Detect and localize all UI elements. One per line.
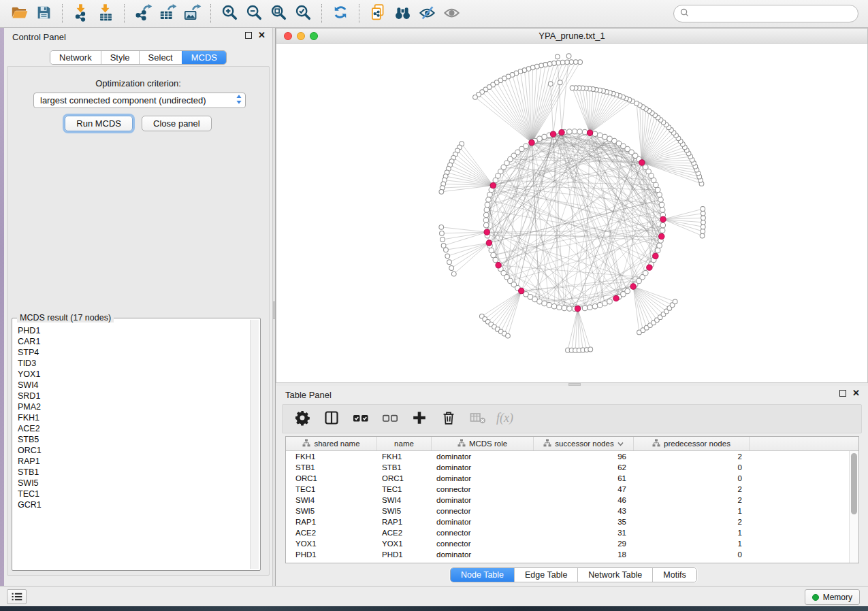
window-minimize-icon[interactable] — [297, 32, 305, 40]
cell-MCDS-role[interactable]: dominator — [432, 550, 534, 559]
cell-name[interactable]: RAP1 — [377, 518, 432, 526]
zoom-fit-button[interactable] — [266, 3, 291, 24]
mcds-result-node[interactable]: ACE2 — [18, 423, 249, 434]
export-network-to-web-button[interactable] — [366, 3, 390, 24]
mcds-result-node[interactable]: SWI4 — [18, 380, 249, 391]
cell-name[interactable]: ORC1 — [377, 474, 432, 482]
save-session-button[interactable] — [31, 3, 56, 24]
cell-shared-name[interactable]: RAP1 — [286, 518, 377, 526]
cell-successor-nodes[interactable]: 18 — [534, 550, 634, 559]
cell-shared-name[interactable]: SWI4 — [286, 496, 377, 504]
export-table-button[interactable] — [155, 3, 180, 24]
cell-MCDS-role[interactable]: dominator — [432, 474, 534, 482]
window-zoom-icon[interactable] — [310, 32, 318, 40]
tab-mcds[interactable]: MCDS — [182, 51, 226, 64]
cell-shared-name[interactable]: YOX1 — [286, 540, 377, 548]
tab-edge-table[interactable]: Edge Table — [514, 568, 577, 582]
column-header-shared-name[interactable]: shared name — [286, 437, 377, 450]
cell-predecessor-nodes[interactable]: 2 — [634, 452, 750, 461]
import-table-from-file-button[interactable] — [93, 3, 118, 24]
cell-name[interactable]: TEC1 — [377, 485, 432, 493]
mcds-result-node[interactable]: SRD1 — [18, 391, 249, 401]
cell-shared-name[interactable]: FKH1 — [286, 452, 377, 461]
mcds-result-node[interactable]: TID3 — [18, 358, 249, 369]
search-network-button[interactable] — [390, 3, 415, 24]
cell-successor-nodes[interactable]: 29 — [534, 540, 634, 548]
tab-network-table[interactable]: Network Table — [577, 568, 652, 582]
tab-select[interactable]: Select — [139, 51, 182, 64]
search-box[interactable] — [673, 5, 858, 22]
cell-successor-nodes[interactable]: 35 — [534, 518, 634, 526]
cell-name[interactable]: PHD1 — [377, 550, 432, 559]
export-network-button[interactable] — [131, 3, 155, 24]
cell-shared-name[interactable]: ACE2 — [286, 529, 377, 537]
cell-successor-nodes[interactable]: 31 — [534, 529, 634, 537]
table-row[interactable]: SWI4SWI4dominator462 — [286, 495, 849, 506]
table-row[interactable]: SWI5SWI5connector431 — [286, 506, 849, 516]
select-all-button[interactable] — [351, 409, 371, 429]
tab-network[interactable]: Network — [50, 51, 101, 64]
delete-entry-button[interactable] — [438, 409, 459, 429]
mcds-result-node[interactable]: FKH1 — [18, 412, 249, 423]
table-row[interactable]: ORC1ORC1dominator610 — [286, 473, 849, 484]
cell-predecessor-nodes[interactable]: 2 — [634, 518, 750, 526]
mcds-result-node[interactable]: STP4 — [18, 347, 249, 358]
task-history-button[interactable] — [7, 589, 27, 604]
column-header-name[interactable]: name — [377, 437, 432, 450]
mcds-result-node[interactable]: TEC1 — [18, 489, 249, 499]
table-row[interactable]: STB1STB1dominator620 — [286, 462, 849, 473]
cell-name[interactable]: FKH1 — [377, 452, 432, 461]
column-header-predecessor-nodes[interactable]: predecessor nodes — [634, 437, 750, 450]
cell-MCDS-role[interactable]: dominator — [432, 496, 534, 504]
cell-name[interactable]: STB1 — [377, 463, 432, 472]
refresh-view-button[interactable] — [328, 3, 353, 24]
zoom-selected-button[interactable] — [291, 3, 315, 24]
mcds-result-node[interactable]: PHD1 — [18, 325, 249, 336]
cell-predecessor-nodes[interactable]: 1 — [634, 540, 750, 548]
cell-predecessor-nodes[interactable]: 2 — [634, 485, 750, 493]
search-input[interactable] — [693, 9, 852, 18]
memory-button[interactable]: Memory — [805, 589, 860, 605]
hide-details-button[interactable] — [415, 3, 439, 24]
table-settings-button[interactable] — [292, 409, 312, 429]
column-header-MCDS-role[interactable]: MCDS role — [432, 437, 534, 450]
cell-MCDS-role[interactable]: connector — [432, 485, 534, 493]
window-close-icon[interactable] — [284, 32, 292, 40]
table-row[interactable]: ACE2ACE2connector311 — [286, 527, 849, 538]
cell-predecessor-nodes[interactable]: 1 — [634, 507, 750, 515]
mcds-result-node[interactable]: GCR1 — [18, 499, 249, 510]
cell-shared-name[interactable]: SWI5 — [286, 507, 377, 515]
zoom-out-button[interactable] — [242, 3, 266, 24]
cell-name[interactable]: ACE2 — [377, 529, 432, 537]
cell-successor-nodes[interactable]: 46 — [534, 496, 634, 504]
table-scrollbar-thumb[interactable] — [851, 453, 857, 514]
cell-predecessor-nodes[interactable]: 2 — [634, 496, 750, 504]
run-mcds-button[interactable]: Run MCDS — [65, 116, 133, 131]
table-row[interactable]: TEC1TEC1connector472 — [286, 484, 849, 495]
cell-name[interactable]: YOX1 — [377, 540, 432, 548]
mcds-result-node[interactable]: ORC1 — [18, 445, 249, 456]
network-canvas[interactable] — [276, 44, 867, 382]
optimization-criterion-select[interactable]: largest connected component (undirected) — [33, 93, 246, 108]
cell-successor-nodes[interactable]: 62 — [534, 463, 634, 472]
tab-node-table[interactable]: Node Table — [451, 568, 514, 582]
close-panel-icon[interactable]: ✕ — [258, 32, 266, 39]
cell-predecessor-nodes[interactable]: 1 — [634, 529, 750, 537]
cell-successor-nodes[interactable]: 47 — [534, 485, 634, 493]
mcds-result-node[interactable]: PMA2 — [18, 401, 249, 412]
mcds-result-node[interactable]: YOX1 — [18, 369, 249, 380]
deselect-all-button[interactable] — [380, 409, 400, 429]
add-entry-button[interactable] — [409, 409, 430, 429]
zoom-in-button[interactable] — [217, 3, 242, 24]
cell-predecessor-nodes[interactable]: 0 — [634, 550, 750, 559]
column-visibility-button[interactable] — [321, 409, 342, 429]
cell-predecessor-nodes[interactable]: 0 — [634, 474, 750, 482]
table-scrollbar[interactable] — [849, 451, 858, 563]
cell-predecessor-nodes[interactable]: 0 — [634, 463, 750, 472]
table-row[interactable]: FKH1FKH1dominator962 — [286, 451, 849, 462]
cell-successor-nodes[interactable]: 61 — [534, 474, 634, 482]
mcds-result-node[interactable]: STB5 — [18, 434, 249, 445]
float-table-panel-icon[interactable] — [839, 390, 846, 397]
mcds-result-scrollbar[interactable] — [250, 320, 259, 569]
tab-style[interactable]: Style — [101, 51, 139, 64]
